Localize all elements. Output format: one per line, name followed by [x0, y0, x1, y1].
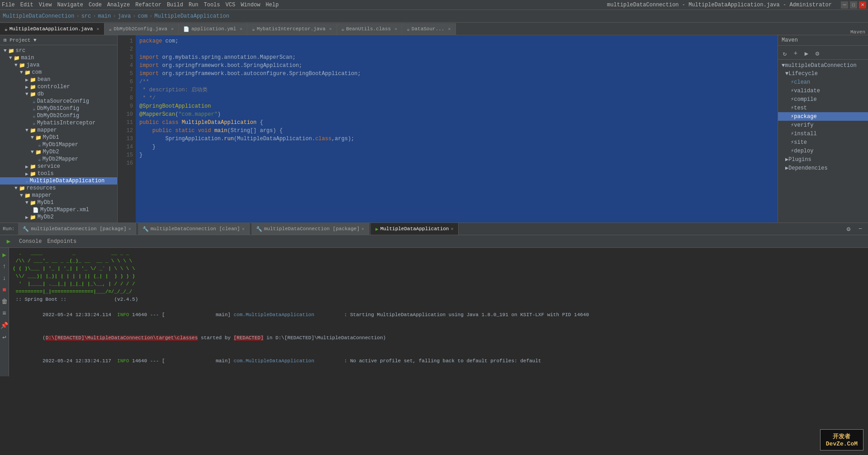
maven-lifecycle-section[interactable]: ▼ Lifecycle [778, 70, 868, 78]
tree-mydb1-mapper[interactable]: ☕ MyDb1Mapper [0, 141, 117, 148]
maven-clean[interactable]: ⚡ clean [778, 78, 868, 86]
tree-dbmydb2-config[interactable]: ☕ DbMyDb2Config [0, 112, 117, 119]
maven-compile[interactable]: ⚡ compile [778, 95, 868, 104]
minimize-panel-icon[interactable]: − [855, 224, 865, 234]
menu-run[interactable]: Run [189, 2, 199, 8]
run-tab-close-1[interactable]: ✕ [242, 226, 245, 232]
tree-db[interactable]: ▼ 📁 db [0, 90, 117, 98]
tree-mapper[interactable]: ▼ 📁 mapper [0, 127, 117, 134]
run-tab-close-0[interactable]: ✕ [128, 226, 131, 232]
tab-close-4[interactable]: ✕ [394, 26, 397, 32]
breadcrumb-java[interactable]: java [118, 13, 131, 19]
breadcrumb-src[interactable]: src [81, 13, 91, 19]
tree-service[interactable]: ▶ 📁 service [0, 163, 117, 170]
close-button[interactable]: ✕ [859, 1, 866, 9]
tab-mybatis-interceptor[interactable]: ☕ MybatisInterceptor.java ✕ [247, 23, 337, 35]
run-tab-app[interactable]: ▶ MultipleDataApplication ✕ [371, 223, 458, 235]
menu-vcs[interactable]: VCS [226, 2, 236, 8]
tree-tools[interactable]: ▶ 📁 tools [0, 170, 117, 177]
tab-application-yml[interactable]: 📄 application.yml ✕ [179, 23, 247, 35]
maven-deploy[interactable]: ⚡ deploy [778, 147, 868, 155]
tab-bean-utils[interactable]: ☕ BeanUtils.class ✕ [337, 23, 403, 35]
maven-project-root[interactable]: ▼ multipleDataConnection [778, 62, 868, 70]
run-again-icon[interactable]: ▶ [4, 237, 14, 246]
tree-mydb1-mapper-xml[interactable]: 📄 MyDb1Mapper.xml [0, 206, 117, 213]
run-tab-close-2[interactable]: ✕ [361, 226, 364, 232]
maven-dependencies-section[interactable]: ▶ Dependencies [778, 164, 868, 172]
tab-close-2[interactable]: ✕ [240, 26, 242, 32]
run-tab-package2[interactable]: 🔧 multipleDataConnection [package] ✕ [251, 223, 369, 235]
scroll-up-icon[interactable]: ↑ [0, 261, 9, 271]
tab-dbmydb2[interactable]: ☕ DbMyDb2Config.java ✕ [104, 23, 179, 35]
maven-site[interactable]: ⚡ site [778, 138, 868, 147]
breadcrumb-main[interactable]: main [98, 13, 111, 19]
tree-res-mydb2[interactable]: ▶ 📁 MyDb2 [0, 213, 117, 221]
tree-res-mydb1[interactable]: ▼ 📁 MyDb1 [0, 199, 117, 206]
tree-com[interactable]: ▼ 📁 com [0, 69, 117, 76]
maximize-button[interactable]: □ [850, 1, 857, 9]
menu-edit[interactable]: Edit [20, 2, 33, 8]
maven-settings-icon[interactable]: ⚙ [812, 48, 822, 58]
breadcrumb-com[interactable]: com [138, 13, 147, 19]
tab-close-5[interactable]: ✕ [448, 26, 451, 32]
maven-tab-header[interactable]: Maven [848, 29, 868, 35]
run-tab-close-3[interactable]: ✕ [451, 226, 453, 232]
tree-mydb1-folder[interactable]: ▼ 📁 MyDb1 [0, 134, 117, 141]
wrap-icon[interactable]: ↩ [0, 332, 9, 342]
tree-resources[interactable]: ▼ 📁 resources [0, 185, 117, 192]
tree-controller[interactable]: ▶ 📁 controller [0, 83, 117, 90]
settings-icon[interactable]: ⚙ [844, 224, 854, 234]
scroll-down-icon[interactable]: ↓ [0, 273, 9, 283]
tree-multiple-data-app[interactable]: ☕ MultipleDataApplication [0, 177, 117, 185]
tree-mydb2-folder[interactable]: ▼ 📁 MyDb2 [0, 148, 117, 156]
maven-verify[interactable]: ⚡ verify [778, 121, 868, 129]
clear-icon[interactable]: 🗑 [0, 297, 9, 307]
code-editor[interactable]: package com; import org.mybatis.spring.a… [136, 35, 778, 223]
run-tab-clean[interactable]: 🔧 multipleDataConnection [clean] ✕ [138, 223, 250, 235]
menu-code[interactable]: Code [89, 2, 102, 8]
menu-tools[interactable]: Tools [204, 2, 220, 8]
menu-help[interactable]: Help [266, 2, 279, 8]
maven-package[interactable]: ⚡ package [778, 112, 868, 121]
maven-plugins-section[interactable]: ▶ Plugins [778, 155, 868, 164]
tree-mybatis-interceptor[interactable]: ☕ MybatisInterceptor [0, 119, 117, 127]
console-tab[interactable]: Console [19, 238, 42, 245]
tab-close-3[interactable]: ✕ [329, 26, 332, 32]
tree-mydb2-mapper[interactable]: ☕ MyDb2Mapper [0, 156, 117, 163]
menu-refactor[interactable]: Refactor [135, 2, 161, 8]
menu-build[interactable]: Build [167, 2, 183, 8]
tree-src[interactable]: ▼ 📁 src [0, 47, 117, 54]
tree-bean[interactable]: ▶ 📁 bean [0, 76, 117, 83]
tab-close-0[interactable]: ✕ [96, 26, 99, 32]
pin-icon[interactable]: 📌 [0, 320, 9, 330]
breadcrumb-class[interactable]: MultipleDataApplication [154, 13, 229, 19]
maven-add-icon[interactable]: + [791, 48, 801, 58]
minimize-button[interactable]: ─ [841, 1, 848, 9]
tree-main[interactable]: ▼ 📁 main [0, 54, 117, 62]
tree-res-mapper[interactable]: ▼ 📁 mapper [0, 192, 117, 199]
maven-validate[interactable]: ⚡ validate [778, 86, 868, 95]
maven-test[interactable]: ⚡ test [778, 104, 868, 112]
stop-icon[interactable]: ■ [0, 285, 9, 295]
endpoints-tab[interactable]: Endpoints [47, 238, 76, 245]
log-class2: com.MultipleDataApplication [234, 358, 342, 364]
menu-file[interactable]: File [2, 2, 15, 8]
tab-datasource[interactable]: ☕ DataSour... ✕ [402, 23, 455, 35]
maven-refresh-icon[interactable]: ↻ [780, 48, 790, 58]
tree-dbmydb1-config[interactable]: ☕ DbMyDb1Config [0, 105, 117, 112]
tab-main-class[interactable]: ☕ MultipleDataApplication.java ✕ [0, 23, 104, 35]
menu-view[interactable]: View [39, 2, 52, 8]
tree-datasource-config[interactable]: ☕ DataSourceConfig [0, 98, 117, 105]
run-tab-package1[interactable]: 🔧 multipleDataConnection [package] ✕ [18, 223, 136, 235]
menu-navigate[interactable]: Navigate [57, 2, 83, 8]
breadcrumb-project[interactable]: MultipleDataConnection [3, 13, 74, 19]
menu-analyze[interactable]: Analyze [107, 2, 130, 8]
maven-run-icon[interactable]: ▶ [802, 48, 811, 58]
rerun-icon[interactable]: ▶ [0, 250, 9, 260]
maven-install[interactable]: ⚡ install [778, 129, 868, 138]
java-icon: ☕ [25, 178, 28, 184]
menu-window[interactable]: Window [241, 2, 260, 8]
tab-close-1[interactable]: ✕ [171, 26, 174, 32]
tree-java[interactable]: ▼ 📁 java [0, 62, 117, 69]
filter-icon[interactable]: ≡ [0, 308, 9, 318]
